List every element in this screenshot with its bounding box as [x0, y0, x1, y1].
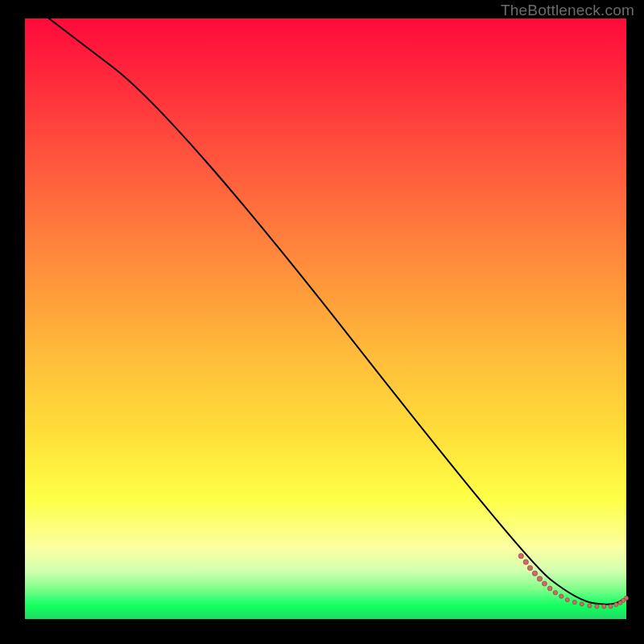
data-point-markers [518, 553, 629, 608]
bottleneck-curve-path [49, 19, 626, 605]
data-point [523, 559, 528, 564]
data-point [572, 601, 576, 605]
data-point [595, 605, 599, 609]
data-point [602, 605, 606, 609]
bottleneck-curve [49, 19, 626, 605]
data-point [588, 604, 592, 608]
data-point [609, 605, 613, 609]
data-point [518, 553, 523, 558]
data-point [537, 576, 542, 581]
data-point [580, 602, 584, 606]
plot-area [25, 19, 626, 619]
data-point [542, 581, 547, 586]
data-point [527, 565, 532, 570]
data-point [532, 571, 537, 576]
data-point [565, 598, 569, 602]
chart-root: TheBottleneck.com [0, 0, 644, 644]
data-point [547, 586, 552, 591]
data-point [559, 594, 564, 598]
data-point [553, 590, 558, 595]
data-point [624, 596, 628, 600]
data-point [614, 602, 618, 606]
watermark-text: TheBottleneck.com [501, 2, 634, 19]
chart-overlay [25, 19, 626, 619]
